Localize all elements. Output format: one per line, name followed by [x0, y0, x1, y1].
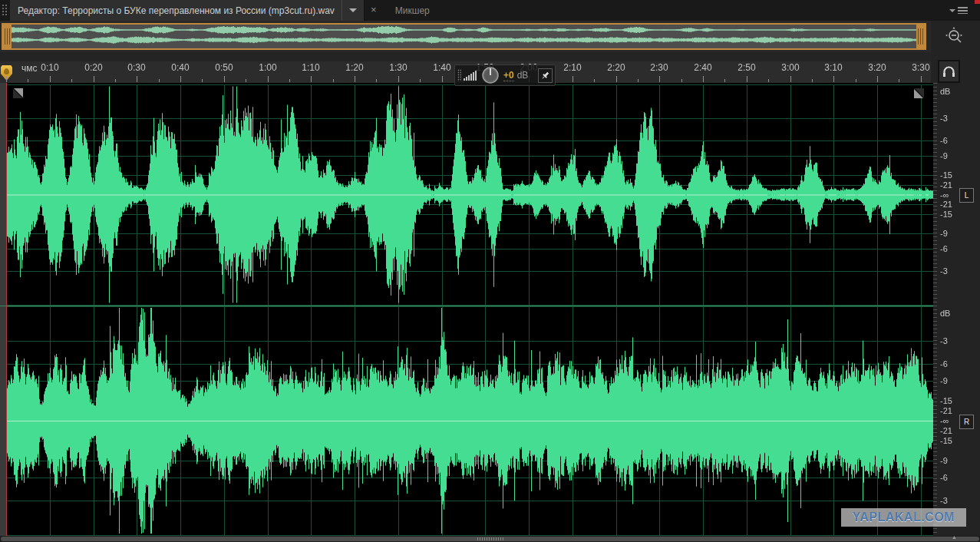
ruler-tick-major [224, 76, 225, 82]
scrollbar-thumb[interactable] [1, 537, 979, 541]
db-label: -6 [940, 244, 948, 253]
db-label: -3 [940, 266, 948, 276]
overview-navigator [0, 21, 980, 52]
overview-waveform-canvas[interactable] [3, 25, 922, 45]
ruler-tick-minor [333, 79, 334, 82]
ruler-tick-major [355, 76, 355, 82]
db-label: dB [940, 309, 950, 318]
fade-out-handle-icon[interactable] [914, 88, 924, 97]
time-label: 3:20 [868, 62, 886, 73]
ruler-tick-minor [115, 79, 116, 82]
ruler-tick-major [398, 76, 399, 82]
db-label: -9 [940, 456, 948, 465]
range-selector[interactable] [2, 23, 926, 50]
overview-strip[interactable] [0, 21, 931, 52]
ruler-tick-minor [768, 79, 769, 82]
volume-knob[interactable] [481, 66, 500, 84]
waveform-canvas[interactable] [0, 83, 933, 536]
time-label: 0:50 [215, 62, 233, 73]
db-label: -21 [940, 200, 952, 209]
db-label: -15 [940, 170, 952, 180]
close-icon[interactable]: × [365, 0, 383, 21]
ruler-tick-major [747, 76, 747, 82]
ruler-tick-major [921, 76, 922, 82]
time-label: 0:10 [41, 62, 58, 73]
time-label: 0:40 [171, 62, 189, 73]
panel-tab-bar: Редактор: Террористы о БУКе переправленн… [0, 0, 980, 21]
monitor-cell [931, 52, 980, 83]
db-label: -3 [940, 336, 948, 345]
ruler-tick-minor [289, 79, 290, 82]
ruler-tick-minor [899, 79, 899, 82]
db-label: -21 [940, 426, 952, 435]
db-label: -9 [940, 151, 948, 160]
watermark-text: YAPLAKAL.COM [853, 511, 955, 524]
time-label: 2:50 [737, 62, 755, 73]
ruler-tick-major [442, 76, 443, 82]
time-format-label: чмс [21, 63, 38, 74]
panel-menu-icon[interactable] [949, 0, 968, 21]
db-label: -3 [940, 496, 948, 505]
db-label: -21 [940, 406, 952, 415]
db-label: -15 [940, 210, 952, 219]
ruler-tick-minor [724, 79, 725, 82]
ruler-tick-major [268, 76, 269, 82]
time-label: 0:30 [127, 62, 145, 73]
ruler-tick-minor [246, 79, 246, 82]
gain-unit-label: dB [517, 70, 529, 81]
tab-dropdown[interactable] [342, 0, 364, 21]
time-label: 2:40 [694, 62, 711, 73]
channel-left-button[interactable]: L [959, 188, 974, 203]
db-label: -9 [940, 376, 948, 385]
chevron-down-icon [349, 8, 357, 12]
ruler-tick-minor [159, 79, 160, 82]
ruler-tick-major [50, 76, 51, 82]
headphones-button[interactable] [938, 60, 960, 83]
fade-in-handle-icon[interactable] [13, 88, 23, 97]
range-handle-right[interactable] [916, 25, 925, 48]
horizontal-scrollbar[interactable]: ▲ [0, 536, 980, 542]
hud-grip-handle[interactable] [457, 69, 461, 81]
volume-hud: +0 dB [454, 64, 556, 86]
ruler-tick-major [790, 76, 791, 82]
time-label: 1:30 [389, 62, 407, 73]
playhead-marker-emblem [4, 68, 9, 74]
range-handle-left[interactable] [3, 25, 12, 48]
audition-window: Редактор: Террористы о БУКе переправленн… [0, 0, 980, 542]
time-label: 0:20 [84, 62, 102, 73]
ruler-tick-major [659, 76, 660, 82]
channel-right-button[interactable]: R [959, 415, 974, 429]
time-label: 1:10 [302, 62, 319, 73]
amplitude-ruler[interactable]: L R dB-3-6-9-15-21-∞-21-15-9-6-3dB-3-6-9… [933, 83, 980, 536]
tab-editor-label: Редактор: Террористы о БУКе переправленн… [18, 5, 335, 16]
ruler-tick-major [703, 76, 704, 82]
db-label: -6 [940, 136, 948, 145]
ruler-tick-minor [812, 79, 813, 82]
tab-editor[interactable]: Редактор: Террористы о БУКе переправленн… [10, 0, 365, 21]
time-label: 2:10 [563, 62, 581, 73]
db-label: -6 [940, 473, 948, 482]
time-label: 1:40 [433, 62, 450, 73]
db-label: -21 [940, 180, 952, 190]
db-label: -15 [940, 436, 952, 445]
time-label: 2:30 [650, 62, 668, 73]
gain-value[interactable]: +0 [503, 70, 514, 81]
tab-mixer[interactable]: Микшер [383, 0, 442, 21]
ruler-tick-major [311, 76, 312, 82]
ruler-tick-major [572, 76, 573, 82]
db-label: -3 [940, 114, 948, 123]
time-label: 2:20 [607, 62, 625, 73]
panel-grip-handle[interactable] [2, 4, 8, 17]
zoom-navigator-icon[interactable] [944, 25, 967, 48]
ruler-tick-minor [594, 79, 595, 82]
scrollbar-arrow-icon[interactable]: ▲ [952, 534, 957, 540]
time-label: 3:30 [912, 62, 929, 73]
db-label: -6 [940, 359, 948, 368]
zoom-tool-cell [931, 21, 980, 52]
ruler-tick-minor [28, 79, 28, 82]
ruler-tick-major [877, 76, 878, 82]
grip-lines-icon [5, 28, 10, 45]
window-corner-red[interactable] [975, 0, 980, 4]
pin-button[interactable] [538, 68, 553, 83]
scrollbar-grip-icon [477, 537, 503, 540]
